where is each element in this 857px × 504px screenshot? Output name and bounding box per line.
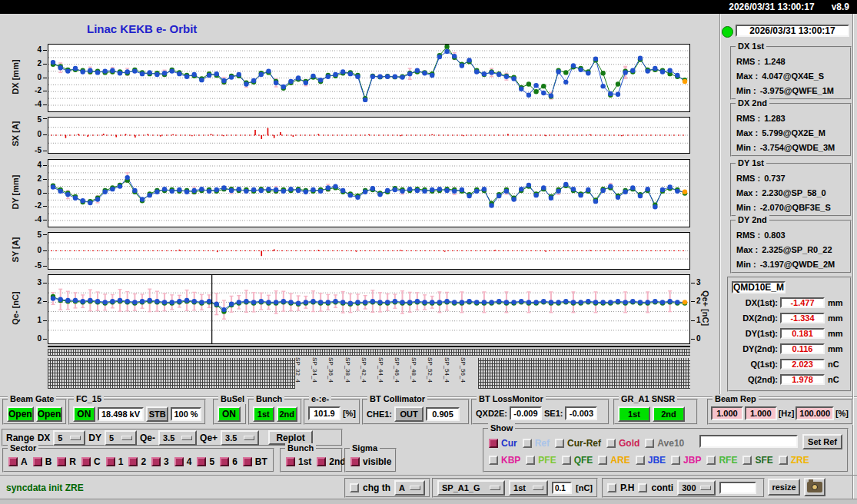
bunch-filter-item-1st[interactable]: 1st: [286, 456, 311, 467]
show-label: Cur: [501, 438, 517, 449]
sector-group: Sector ABRC123456BT: [2, 448, 274, 472]
sector-item-bt[interactable]: BT: [243, 456, 267, 467]
bpm-monitor-label: DY(2nd):: [730, 344, 778, 353]
bpm-monitor-label: Q(2nd):: [730, 375, 778, 384]
sector-item-c[interactable]: C: [81, 456, 101, 467]
show-item-gold[interactable]: Gold: [606, 438, 639, 449]
y-tick-mark: [43, 78, 47, 78]
sector-item-6[interactable]: 6: [220, 456, 238, 467]
bunch-select[interactable]: 1st: [509, 480, 548, 496]
sector-checkbox-6[interactable]: [220, 457, 229, 466]
sector-label: 3: [164, 456, 169, 467]
sector-item-4[interactable]: 4: [174, 456, 192, 467]
plot-sy-canvas[interactable]: [48, 232, 690, 270]
show-item-ave10[interactable]: Ave10: [645, 438, 684, 449]
stats-value: 0.803: [764, 228, 786, 242]
bunch-filter-checkbox-2nd[interactable]: [317, 457, 326, 466]
show-checkbox-cur[interactable]: [489, 439, 498, 448]
range-dx-select[interactable]: 5: [53, 430, 85, 446]
sector-checkbox-b[interactable]: [33, 457, 42, 466]
sector-item-2[interactable]: 2: [128, 456, 146, 467]
gr-a1-2nd-button[interactable]: 2nd: [653, 406, 685, 422]
mode-select[interactable]: A: [394, 480, 425, 496]
resize-button[interactable]: resize: [768, 479, 800, 496]
busel-on-button[interactable]: ON: [218, 406, 241, 422]
sector-item-1[interactable]: 1: [106, 456, 124, 467]
bunch-2nd-button[interactable]: 2nd: [277, 406, 298, 422]
show-item-cur[interactable]: Cur: [489, 438, 517, 449]
range-dy-select[interactable]: 5: [105, 430, 137, 446]
y-tick-label: 0: [23, 73, 42, 81]
stats-value: 5.799@QX2E_M: [762, 126, 825, 140]
bunch-filter-checkbox-1st[interactable]: [286, 457, 295, 466]
sector-checkbox-c[interactable]: [81, 457, 91, 466]
filter-row: Sector ABRC123456BT Bunch 1st2nd Sigma v…: [0, 448, 857, 474]
range-qem-select[interactable]: 3.5: [158, 430, 197, 446]
bunch-1st-button[interactable]: 1st: [253, 406, 274, 422]
status-message: syncdata init ZRE: [6, 482, 84, 493]
bunch-filter-item-2nd[interactable]: 2nd: [317, 456, 345, 467]
y-tick-label: 0: [23, 246, 42, 254]
show-checkbox-ref[interactable]: [523, 439, 532, 448]
show-checkbox-cur-ref[interactable]: [555, 439, 564, 448]
sector-checkbox-4[interactable]: [174, 457, 184, 466]
plot-qe-canvas[interactable]: [48, 274, 690, 344]
sector-item-5[interactable]: 5: [197, 456, 214, 467]
extra-input[interactable]: [719, 482, 756, 494]
set-ref-button[interactable]: Set Ref: [802, 434, 842, 449]
sector-checkbox-3[interactable]: [151, 457, 161, 466]
plot-sx-canvas[interactable]: [48, 117, 690, 154]
ph-checkbox[interactable]: [607, 483, 616, 492]
bpm-dense-labels-right: [478, 358, 690, 389]
sector-item-r[interactable]: R: [57, 456, 76, 467]
sector-checkbox-r[interactable]: [57, 457, 66, 466]
plot-dy-canvas[interactable]: [48, 159, 690, 227]
sector-checkbox-5[interactable]: [197, 457, 206, 466]
bpm-monitor-rows: DX(1st):-1.477mmDX(2nd):-1.334mmDY(1st):…: [729, 295, 850, 387]
y-tick-label: 3: [23, 278, 42, 287]
chg-th-checkbox[interactable]: [350, 483, 359, 492]
y-tick-label: -2: [23, 201, 42, 210]
y-tick-mark: [43, 206, 47, 207]
show-item-cur-ref[interactable]: Cur-Ref: [555, 438, 601, 449]
stats-row: Max :2.230@SP_58_0: [732, 185, 850, 200]
range-qep-select[interactable]: 3.5: [221, 430, 259, 446]
sector-item-3[interactable]: 3: [151, 456, 169, 467]
stats-row: Min :-3.975@QWFE_1M: [732, 83, 850, 98]
sector-checkbox-a[interactable]: [8, 457, 18, 466]
bunch-filter-label: 2nd: [329, 456, 345, 467]
sector-checkbox-1[interactable]: [106, 457, 115, 466]
che1-out-button[interactable]: OUT: [394, 406, 424, 422]
sigma-item-visible[interactable]: visible: [350, 456, 391, 467]
set-ref-input[interactable]: [699, 435, 798, 448]
gr-a1-1st-button[interactable]: 1st: [618, 406, 650, 422]
count-select[interactable]: 300: [677, 480, 716, 496]
bpm-select[interactable]: SP_A1_G: [437, 480, 505, 496]
beam-gate-open-2-button[interactable]: Open: [36, 406, 63, 422]
show-checkbox-gold[interactable]: [606, 439, 616, 448]
beam-rep-group: Beam Rep 1.000 1.000 [Hz] 100.000 [%]: [707, 399, 853, 425]
bpm-monitor-value: -1.477: [780, 297, 825, 308]
gr-a1-snsr-group: GR_A1 SNSR 1st 2nd: [613, 399, 698, 425]
sector-checkbox-bt[interactable]: [243, 457, 252, 466]
option-menu-bar-icon: [533, 486, 543, 490]
sector-item-b[interactable]: B: [33, 456, 52, 467]
qxd2e-label: QXD2E:: [476, 409, 507, 418]
y-tick-mark-right: [691, 301, 695, 302]
sector-checkbox-2[interactable]: [128, 457, 138, 466]
fc15-stb-button[interactable]: STB: [146, 406, 168, 422]
sigma-checkbox-visible[interactable]: [350, 457, 360, 466]
stats-key: RMS :: [736, 111, 760, 125]
plot-dx-canvas[interactable]: [48, 44, 690, 112]
sector-label: BT: [255, 456, 267, 467]
fc15-on-button[interactable]: ON: [73, 406, 95, 422]
screenshot-button[interactable]: [804, 478, 825, 496]
conti-checkbox[interactable]: [638, 483, 647, 492]
show-item-ref[interactable]: Ref: [523, 438, 550, 449]
sector-item-a[interactable]: A: [8, 456, 28, 467]
bpm-monitor-label: Q(1st):: [730, 360, 778, 369]
show-checkbox-ave10[interactable]: [645, 439, 654, 448]
bpm-label-SP_38_4: SP_38_4: [344, 357, 351, 383]
threshold-input[interactable]: [552, 482, 572, 494]
beam-gate-open-1-button[interactable]: Open: [7, 406, 34, 422]
